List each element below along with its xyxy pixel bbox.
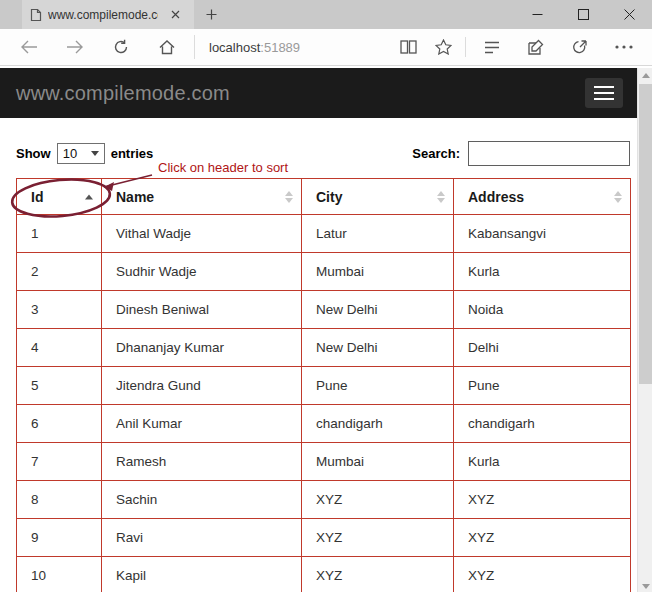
sort-icon xyxy=(285,191,293,203)
page-content: www.compilemode.com Show 10 entries Sear… xyxy=(0,68,652,592)
column-header-name[interactable]: Name xyxy=(102,179,302,215)
site-header: www.compilemode.com xyxy=(0,68,637,118)
table-row[interactable]: 1Vithal WadjeLaturKabansangvi xyxy=(17,215,631,253)
table-cell: Kurla xyxy=(454,253,631,291)
table-cell: XYZ xyxy=(454,519,631,557)
chevron-down-icon xyxy=(91,151,99,156)
show-label: Show xyxy=(16,146,51,161)
sort-icon xyxy=(85,194,93,199)
column-header-address[interactable]: Address xyxy=(454,179,631,215)
table-cell: Sachin xyxy=(102,481,302,519)
tab-close-icon[interactable] xyxy=(164,0,186,29)
table-cell: 2 xyxy=(17,253,102,291)
table-cell: XYZ xyxy=(302,557,454,592)
hamburger-menu-icon[interactable] xyxy=(585,78,623,108)
navigation-bar: localhost:51889 xyxy=(0,29,652,66)
reading-view-icon[interactable] xyxy=(391,29,426,65)
hub-icon[interactable] xyxy=(470,29,514,65)
table-header-row: IdNameCityAddress xyxy=(17,179,631,215)
url-host: localhost xyxy=(209,40,260,55)
table-cell: Noida xyxy=(454,291,631,329)
table-cell: 4 xyxy=(17,329,102,367)
table-cell: Ramesh xyxy=(102,443,302,481)
favorites-star-icon[interactable] xyxy=(426,29,461,65)
table-cell: Dhananjay Kumar xyxy=(102,329,302,367)
table-cell: Mumbai xyxy=(302,253,454,291)
table-row[interactable]: 2Sudhir WadjeMumbaiKurla xyxy=(17,253,631,291)
table-cell: 6 xyxy=(17,405,102,443)
table-cell: New Delhi xyxy=(302,291,454,329)
table-cell: Dinesh Beniwal xyxy=(102,291,302,329)
table-cell: Pune xyxy=(454,367,631,405)
vertical-scrollbar[interactable] xyxy=(637,68,652,592)
url-port: :51889 xyxy=(260,40,300,55)
nav-actions xyxy=(391,29,646,65)
table-cell: XYZ xyxy=(302,481,454,519)
table-cell: chandigarh xyxy=(454,405,631,443)
web-note-icon[interactable] xyxy=(514,29,558,65)
table-cell: Kapil xyxy=(102,557,302,592)
back-icon[interactable] xyxy=(6,29,52,65)
maximize-button[interactable] xyxy=(560,0,606,29)
data-table: IdNameCityAddress 1Vithal WadjeLaturKaba… xyxy=(16,178,631,592)
table-cell: XYZ xyxy=(454,481,631,519)
home-icon[interactable] xyxy=(144,29,190,65)
close-button[interactable] xyxy=(606,0,652,29)
table-cell: 5 xyxy=(17,367,102,405)
column-header-label: City xyxy=(316,189,342,205)
sort-icon xyxy=(437,191,445,203)
table-row[interactable]: 9RaviXYZXYZ xyxy=(17,519,631,557)
table-cell: New Delhi xyxy=(302,329,454,367)
table-cell: Vithal Wadje xyxy=(102,215,302,253)
table-cell: Latur xyxy=(302,215,454,253)
table-row[interactable]: 3Dinesh BeniwalNew DelhiNoida xyxy=(17,291,631,329)
table-cell: 1 xyxy=(17,215,102,253)
column-header-city[interactable]: City xyxy=(302,179,454,215)
page-length-select[interactable]: 10 xyxy=(57,143,105,164)
table-cell: Delhi xyxy=(454,329,631,367)
column-header-label: Name xyxy=(116,189,154,205)
scroll-down-icon[interactable] xyxy=(638,579,652,592)
scrollbar-thumb[interactable] xyxy=(639,84,652,384)
browser-tab[interactable]: www.compilemode.com xyxy=(22,0,194,29)
table-cell: 8 xyxy=(17,481,102,519)
site-title: www.compilemode.com xyxy=(16,82,230,105)
page-length-value: 10 xyxy=(63,146,77,161)
address-bar[interactable]: localhost:51889 xyxy=(194,35,391,59)
table-row[interactable]: 10KapilXYZXYZ xyxy=(17,557,631,592)
new-tab-button[interactable] xyxy=(194,0,228,29)
table-row[interactable]: 7RameshMumbaiKurla xyxy=(17,443,631,481)
table-controls: Show 10 entries Search: xyxy=(16,140,630,166)
table-cell: 10 xyxy=(17,557,102,592)
column-header-label: Address xyxy=(468,189,524,205)
tab-bar: www.compilemode.com xyxy=(0,0,652,29)
table-row[interactable]: 5Jitendra GundPunePune xyxy=(17,367,631,405)
share-icon[interactable] xyxy=(558,29,602,65)
table-cell: 3 xyxy=(17,291,102,329)
search-label: Search: xyxy=(412,146,460,161)
refresh-icon[interactable] xyxy=(98,29,144,65)
tabbar-spacer xyxy=(228,0,514,29)
table-cell: Kurla xyxy=(454,443,631,481)
entries-label: entries xyxy=(111,146,154,161)
table-row[interactable]: 4Dhananjay KumarNew DelhiDelhi xyxy=(17,329,631,367)
more-icon[interactable] xyxy=(602,29,646,65)
search-input[interactable] xyxy=(468,141,630,166)
sort-icon xyxy=(614,191,622,203)
table-cell: Sudhir Wadje xyxy=(102,253,302,291)
search-control: Search: xyxy=(412,141,630,166)
column-header-label: Id xyxy=(31,189,43,205)
table-row[interactable]: 6Anil Kumarchandigarhchandigarh xyxy=(17,405,631,443)
column-header-id[interactable]: Id xyxy=(17,179,102,215)
page-icon xyxy=(30,8,42,22)
forward-icon[interactable] xyxy=(52,29,98,65)
scroll-up-icon[interactable] xyxy=(638,68,652,83)
table-cell: XYZ xyxy=(302,519,454,557)
table-cell: Mumbai xyxy=(302,443,454,481)
tab-title: www.compilemode.com xyxy=(48,8,158,22)
table-cell: Pune xyxy=(302,367,454,405)
table-cell: chandigarh xyxy=(302,405,454,443)
table-row[interactable]: 8SachinXYZXYZ xyxy=(17,481,631,519)
minimize-button[interactable] xyxy=(514,0,560,29)
table-cell: Kabansangvi xyxy=(454,215,631,253)
